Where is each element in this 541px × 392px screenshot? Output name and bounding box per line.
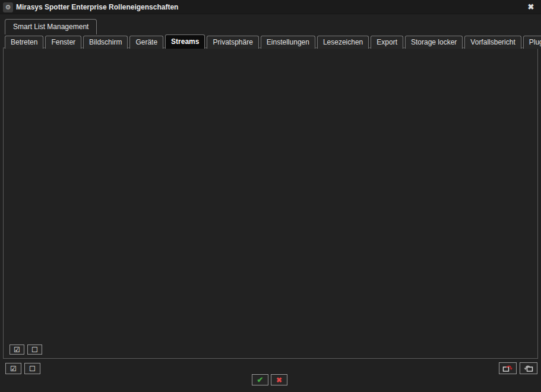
- window-title: Mirasys Spotter Enterprise Rolleneigensc…: [16, 0, 178, 14]
- cancel-button[interactable]: ✖: [271, 374, 287, 385]
- redo-arrow-icon: [502, 365, 513, 372]
- tab-bildschirm[interactable]: Bildschirm: [83, 36, 128, 49]
- tab-strip: Betreten Fenster Bildschirm Geräte Strea…: [5, 34, 541, 49]
- checked-box-icon: ☑: [14, 346, 20, 353]
- ok-button[interactable]: ✔: [252, 374, 268, 385]
- title-bar: ⚙ Mirasys Spotter Enterprise Rolleneigen…: [0, 0, 541, 14]
- app-gear-icon: ⚙: [3, 2, 13, 12]
- cancel-x-icon: ✖: [276, 376, 282, 384]
- deselect-all-global-button[interactable]: ☐: [24, 363, 40, 374]
- empty-box-icon: ☐: [29, 365, 36, 372]
- apply-to-button[interactable]: [499, 362, 517, 374]
- tab-export[interactable]: Export: [371, 36, 403, 49]
- tab-smart-list-management[interactable]: Smart List Management: [5, 19, 97, 34]
- close-icon[interactable]: ✖: [526, 2, 536, 12]
- tab-page-panel: [3, 48, 538, 359]
- tab-fenster[interactable]: Fenster: [45, 36, 81, 49]
- select-all-global-button[interactable]: ☑: [5, 363, 21, 374]
- tab-plugins[interactable]: Plugins: [523, 36, 541, 49]
- tab-lesezeichen[interactable]: Lesezeichen: [317, 36, 369, 49]
- tab-geraete[interactable]: Geräte: [129, 36, 163, 49]
- ok-check-icon: ✔: [257, 375, 264, 384]
- tab-einstellungen[interactable]: Einstellungen: [261, 36, 315, 49]
- tab-privatsphaere[interactable]: Privatsphäre: [207, 36, 258, 49]
- revert-button[interactable]: [520, 362, 537, 374]
- checked-box-icon: ☑: [10, 365, 17, 372]
- tab-streams[interactable]: Streams: [165, 34, 205, 49]
- tab-betreten[interactable]: Betreten: [5, 36, 43, 49]
- tab-vorfallsbericht[interactable]: Vorfallsbericht: [464, 36, 521, 49]
- tab-storage-locker[interactable]: Storage locker: [405, 36, 463, 49]
- deselect-all-button[interactable]: ☐: [27, 344, 42, 355]
- undo-arrow-icon: [523, 365, 534, 372]
- empty-box-icon: ☐: [31, 346, 38, 353]
- select-all-button[interactable]: ☑: [10, 344, 24, 355]
